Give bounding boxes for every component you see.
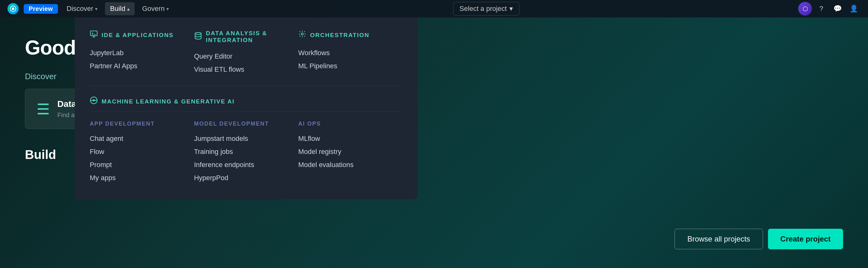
data-analysis-section-header: DATA ANALYSIS & INTEGRATION: [194, 30, 299, 43]
svg-rect-0: [90, 31, 97, 35]
jupyterlab-item[interactable]: JupyterLab: [90, 47, 194, 60]
data-analysis-header-text: DATA ANALYSIS & INTEGRATION: [206, 30, 299, 43]
user-icon-button[interactable]: 👤: [847, 2, 861, 16]
hyperpod-item[interactable]: HyperpPod: [194, 171, 299, 184]
ai-ops-column: AI OPS MLflow Model registry Model evalu…: [298, 121, 403, 184]
discover-label: Discover: [67, 5, 93, 13]
orchestration-icon: [298, 30, 306, 40]
notifications-icon-button[interactable]: 💬: [831, 2, 844, 16]
build-dropdown: IDE & APPLICATIONS JupyterLab Partner AI…: [75, 18, 417, 200]
preview-badge[interactable]: Preview: [24, 4, 58, 14]
svg-point-2: [301, 33, 304, 35]
inference-endpoints-item[interactable]: Inference endpoints: [194, 158, 299, 171]
govern-nav[interactable]: Govern ▾: [137, 2, 174, 15]
chat-agent-item[interactable]: Chat agent: [90, 132, 194, 145]
section-divider: [90, 86, 403, 86]
project-select[interactable]: Select a project ▾: [453, 2, 519, 16]
help-icon: ?: [819, 5, 823, 13]
model-dev-label: MODEL DEVELOPMENT: [194, 121, 299, 127]
app-dev-label: APP DEVELOPMENT: [90, 121, 194, 127]
ide-icon: [90, 30, 98, 40]
discover-nav[interactable]: Discover ▾: [62, 2, 103, 15]
data-catalog-icon: ☰: [36, 100, 50, 118]
visual-etl-flows-item[interactable]: Visual ETL flows: [194, 63, 299, 76]
logo-icon: [10, 6, 16, 12]
query-editor-item[interactable]: Query Editor: [194, 50, 299, 63]
ide-section-header: IDE & APPLICATIONS: [90, 30, 194, 40]
partner-ai-apps-item[interactable]: Partner AI Apps: [90, 60, 194, 72]
help-icon-button[interactable]: ?: [814, 2, 828, 16]
govern-chevron-icon: ▾: [166, 6, 169, 12]
nav-right: ⬡ ? 💬 👤: [798, 2, 861, 16]
govern-label: Govern: [142, 5, 164, 13]
training-jobs-item[interactable]: Training jobs: [194, 145, 299, 158]
ide-section: IDE & APPLICATIONS JupyterLab Partner AI…: [90, 30, 194, 76]
data-analysis-icon: [194, 32, 202, 42]
navbar: Preview Discover ▾ Build ▴ Govern ▾ Sele…: [0, 0, 868, 18]
ml-section: MACHINE LEARNING & GENERATIVE AI APP DEV…: [90, 96, 403, 184]
ide-header-text: IDE & APPLICATIONS: [101, 32, 174, 39]
ml-section-header: MACHINE LEARNING & GENERATIVE AI: [90, 96, 403, 112]
logo[interactable]: [7, 3, 19, 14]
account-icon-button[interactable]: ⬡: [798, 2, 812, 16]
user-icon: 👤: [849, 5, 858, 13]
build-chevron-icon: ▴: [127, 6, 130, 12]
jumpstart-models-item[interactable]: Jumpstart models: [194, 132, 299, 145]
nav-center: Select a project ▾: [176, 2, 796, 16]
bottom-actions: Browse all projects Create project: [675, 229, 843, 249]
browse-all-projects-button[interactable]: Browse all projects: [675, 229, 763, 249]
create-project-button[interactable]: Create project: [768, 229, 843, 249]
model-evaluations-item[interactable]: Model evaluations: [298, 158, 403, 171]
notifications-icon: 💬: [833, 5, 842, 13]
orchestration-section: ORCHESTRATION Workflows ML Pipelines: [298, 30, 403, 76]
ml-header-text: MACHINE LEARNING & GENERATIVE AI: [101, 98, 235, 105]
app-dev-column: APP DEVELOPMENT Chat agent Flow Prompt M…: [90, 121, 194, 184]
flow-item[interactable]: Flow: [90, 145, 194, 158]
ai-ops-label: AI OPS: [298, 121, 403, 127]
ml-icon: [90, 96, 98, 107]
model-registry-item[interactable]: Model registry: [298, 145, 403, 158]
build-label: Build: [110, 5, 125, 13]
top-sections: IDE & APPLICATIONS JupyterLab Partner AI…: [90, 30, 403, 76]
svg-point-1: [195, 32, 201, 35]
ml-sub-columns: APP DEVELOPMENT Chat agent Flow Prompt M…: [90, 121, 403, 184]
project-select-label: Select a project: [460, 5, 507, 13]
prompt-item[interactable]: Prompt: [90, 158, 194, 171]
my-apps-item[interactable]: My apps: [90, 171, 194, 184]
orchestration-header-text: ORCHESTRATION: [310, 32, 369, 39]
orchestration-section-header: ORCHESTRATION: [298, 30, 403, 40]
ml-pipelines-item[interactable]: ML Pipelines: [298, 60, 403, 72]
discover-chevron-icon: ▾: [95, 6, 97, 12]
mlflow-item[interactable]: MLflow: [298, 132, 403, 145]
model-dev-column: MODEL DEVELOPMENT Jumpstart models Train…: [194, 121, 299, 184]
project-select-chevron-icon: ▾: [509, 5, 513, 13]
build-nav[interactable]: Build ▴: [105, 2, 134, 15]
data-analysis-section: DATA ANALYSIS & INTEGRATION Query Editor…: [194, 30, 299, 76]
workflows-item[interactable]: Workflows: [298, 47, 403, 60]
account-icon: ⬡: [803, 5, 808, 12]
